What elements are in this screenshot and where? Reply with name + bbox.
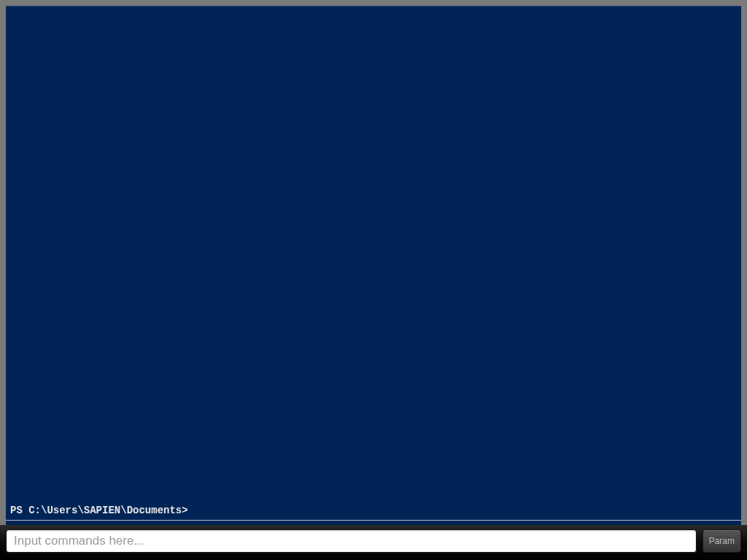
- param-button[interactable]: Param: [703, 529, 741, 553]
- console-output[interactable]: PS C:\Users\SAPIEN\Documents>: [6, 6, 741, 521]
- command-input[interactable]: [6, 529, 697, 553]
- window-frame: PS C:\Users\SAPIEN\Documents> Param: [0, 0, 747, 560]
- console-separator: [6, 520, 741, 521]
- console-prompt: PS C:\Users\SAPIEN\Documents>: [10, 505, 188, 516]
- input-bar: Param: [0, 525, 747, 560]
